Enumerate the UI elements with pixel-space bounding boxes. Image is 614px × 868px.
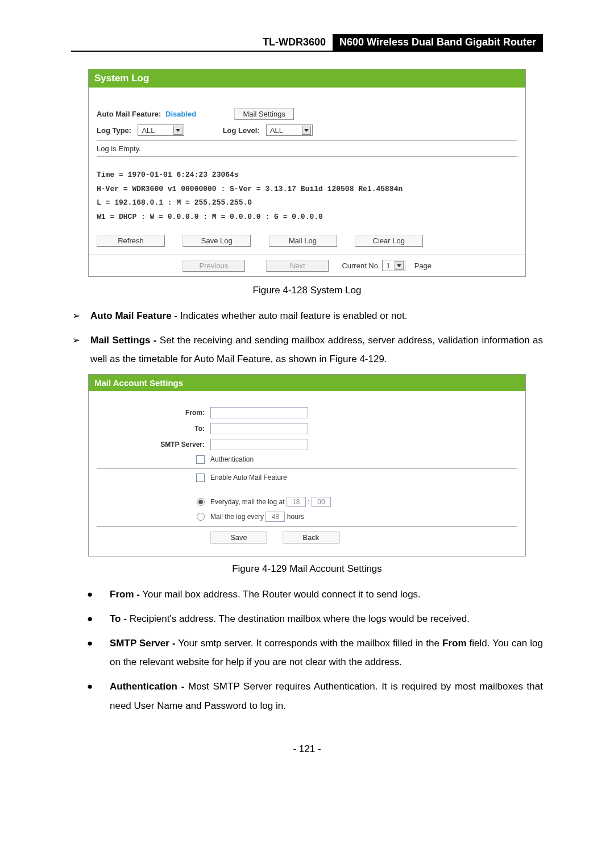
- log-info-line: H-Ver = WDR3600 v1 00000000 : S-Ver = 3.…: [97, 182, 517, 197]
- previous-button[interactable]: Previous: [182, 260, 245, 272]
- arrow-bullet-icon: ➢: [71, 306, 90, 325]
- colon: :: [308, 498, 309, 506]
- interval-input[interactable]: [265, 512, 285, 522]
- log-type-label: Log Type:: [97, 126, 131, 135]
- list-item-text: Recipient's address. The destination mai…: [127, 613, 470, 624]
- smtp-label: SMTP Server:: [97, 441, 210, 448]
- log-buttons-row: Refresh Save Log Mail Log Clear Log: [97, 235, 517, 247]
- log-empty-text: Log is Empty.: [97, 144, 517, 153]
- page-number: - 121 -: [71, 744, 543, 755]
- arrow-bullet-icon: ➢: [71, 331, 90, 368]
- list-item-text: Indicates whether auto mail feature is e…: [177, 310, 407, 321]
- list-item: ● Authentication - Most SMTP Server requ…: [71, 677, 543, 715]
- enable-automail-label: Enable Auto Mail Feature: [210, 474, 287, 481]
- list-item-text: Your smtp server. It corresponds with th…: [176, 638, 442, 649]
- chevron-down-icon: [302, 126, 311, 135]
- list-item: ● To - Recipient's address. The destinat…: [71, 609, 543, 628]
- schedule-interval-radio[interactable]: [197, 513, 205, 521]
- list-item-text: Set the receiving and sending mailbox ad…: [90, 335, 543, 364]
- log-filters-row: Log Type: ALL Log Level: ALL: [97, 124, 517, 136]
- from-label: From:: [97, 409, 210, 417]
- list-item-label: Authentication -: [110, 681, 184, 692]
- page-value: 1: [386, 261, 390, 270]
- log-type-value: ALL: [142, 126, 155, 135]
- log-level-label: Log Level:: [223, 126, 260, 135]
- save-log-button[interactable]: Save Log: [182, 235, 251, 247]
- smtp-input[interactable]: [210, 439, 308, 450]
- auto-mail-value: Disabled: [165, 110, 196, 118]
- page-select[interactable]: 1: [382, 260, 405, 271]
- every-prefix: Mail the log every: [210, 513, 264, 521]
- model-desc: N600 Wireless Dual Band Gigabit Router: [333, 34, 543, 51]
- everyday-prefix: Everyday, mail the log at: [210, 498, 285, 506]
- current-no-label: Current No.: [342, 261, 380, 270]
- refresh-button[interactable]: Refresh: [97, 235, 165, 247]
- auto-mail-row: Auto Mail Feature: Disabled Mail Setting…: [97, 108, 517, 120]
- system-log-title: System Log: [89, 69, 525, 88]
- field-list: ● From - Your mail box address. The Rout…: [71, 585, 543, 715]
- system-log-body: Auto Mail Feature: Disabled Mail Setting…: [89, 88, 525, 255]
- log-level-select[interactable]: ALL: [266, 124, 313, 136]
- list-item-label: SMTP Server -: [110, 638, 176, 649]
- to-input[interactable]: [210, 423, 308, 434]
- log-info: Time = 1970-01-01 6:24:23 23064s H-Ver =…: [97, 168, 517, 225]
- list-item: ➢ Mail Settings - Set the receiving and …: [71, 331, 543, 368]
- feature-list: ➢ Auto Mail Feature - Indicates whether …: [71, 306, 543, 368]
- system-log-panel: System Log Auto Mail Feature: Disabled M…: [88, 69, 526, 255]
- chevron-down-icon: [395, 261, 404, 270]
- mail-settings-body: From: To: SMTP Server: Authentication En…: [89, 391, 525, 556]
- page-label: Page: [414, 261, 432, 270]
- list-item-text: Your mail box address. The Router would …: [140, 589, 421, 600]
- log-info-line: L = 192.168.0.1 : M = 255.255.255.0: [97, 196, 517, 210]
- mail-log-button[interactable]: Mail Log: [269, 235, 337, 247]
- log-info-line: Time = 1970-01-01 6:24:23 23064s: [97, 168, 517, 182]
- schedule-time-radio[interactable]: [197, 498, 205, 506]
- model-number: TL-WDR3600: [256, 34, 333, 51]
- hour-input[interactable]: [287, 497, 306, 507]
- clear-log-button[interactable]: Clear Log: [355, 235, 423, 247]
- list-item: ➢ Auto Mail Feature - Indicates whether …: [71, 306, 543, 325]
- minute-input[interactable]: [312, 497, 331, 507]
- from-bold: From: [442, 638, 467, 649]
- figure-caption: Figure 4-129 Mail Account Settings: [71, 563, 543, 575]
- log-info-line: W1 = DHCP : W = 0.0.0.0 : M = 0.0.0.0 : …: [97, 210, 517, 225]
- log-type-select[interactable]: ALL: [138, 124, 184, 136]
- to-label: To:: [97, 425, 210, 433]
- page-header: TL-WDR3600 N600 Wireless Dual Band Gigab…: [71, 34, 543, 52]
- page: TL-WDR3600 N600 Wireless Dual Band Gigab…: [0, 0, 614, 778]
- dot-bullet-icon: ●: [71, 677, 110, 715]
- chevron-down-icon: [173, 126, 182, 135]
- list-item-label: Auto Mail Feature -: [90, 310, 177, 321]
- auto-mail-label: Auto Mail Feature:: [97, 110, 161, 118]
- dot-bullet-icon: ●: [71, 609, 110, 628]
- auth-checkbox[interactable]: [196, 455, 205, 464]
- save-button[interactable]: Save: [210, 531, 267, 543]
- list-item-label: Mail Settings -: [90, 335, 157, 346]
- dot-bullet-icon: ●: [71, 634, 110, 671]
- mail-settings-button[interactable]: Mail Settings: [234, 108, 293, 120]
- every-suffix: hours: [287, 513, 304, 521]
- auth-label: Authentication: [210, 455, 254, 463]
- log-level-value: ALL: [270, 126, 283, 135]
- mail-settings-panel: Mail Account Settings From: To: SMTP Ser…: [88, 374, 526, 556]
- list-item: ● SMTP Server - Your smtp server. It cor…: [71, 634, 543, 671]
- list-item: ● From - Your mail box address. The Rout…: [71, 585, 543, 604]
- enable-automail-checkbox[interactable]: [196, 474, 205, 482]
- back-button[interactable]: Back: [283, 531, 339, 543]
- pager: Previous Next Current No. 1 Page: [88, 255, 526, 277]
- figure-caption: Figure 4-128 System Log: [71, 285, 543, 296]
- from-input[interactable]: [210, 407, 308, 418]
- list-item-label: From -: [110, 589, 140, 600]
- mail-settings-title: Mail Account Settings: [89, 375, 525, 391]
- next-button[interactable]: Next: [266, 260, 329, 272]
- dot-bullet-icon: ●: [71, 585, 110, 604]
- list-item-label: To -: [110, 613, 127, 624]
